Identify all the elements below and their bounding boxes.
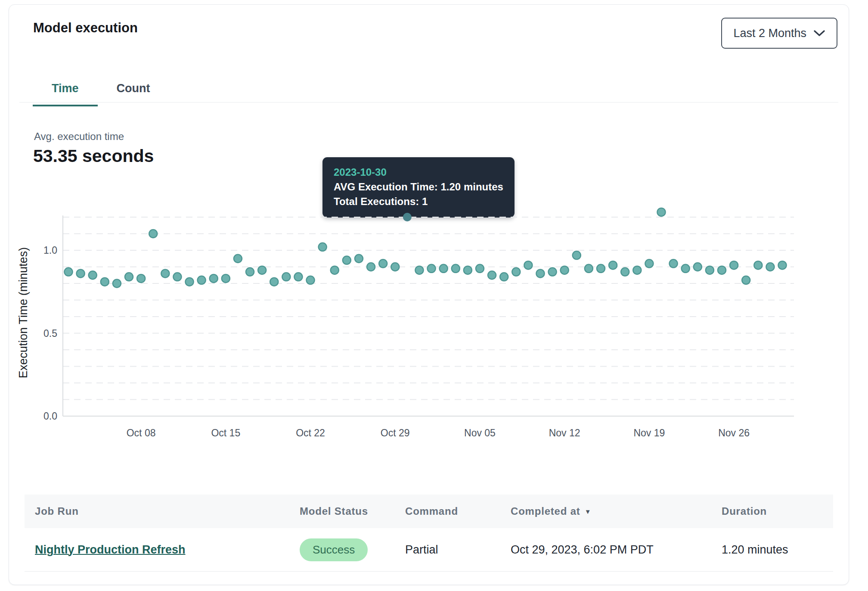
data-point[interactable] (77, 269, 85, 277)
table-row: Nightly Production Refresh Success Parti… (25, 528, 833, 572)
data-point[interactable] (331, 266, 339, 274)
data-point[interactable] (657, 208, 665, 216)
date-range-selector[interactable]: Last 2 Months (721, 18, 837, 49)
data-point[interactable] (633, 266, 641, 274)
sort-desc-icon: ▼ (585, 508, 592, 515)
data-point[interactable] (391, 263, 399, 271)
data-point[interactable] (137, 274, 145, 283)
tooltip-avg-execution-time: AVG Execution Time: 1.20 minutes (334, 180, 503, 194)
model-execution-card: Model execution Last 2 Months Time Count… (9, 4, 849, 585)
data-point[interactable] (282, 273, 290, 281)
data-point[interactable] (645, 259, 653, 268)
avg-execution-time-label: Avg. execution time (34, 131, 124, 143)
status-badge: Success (300, 538, 368, 561)
data-point[interactable] (89, 271, 97, 279)
execution-scatter-chart: 0.00.51.0Oct 08Oct 15Oct 22Oct 29Nov 05N… (9, 199, 849, 453)
data-point[interactable] (428, 264, 436, 273)
data-point[interactable] (549, 268, 557, 276)
data-point[interactable] (500, 273, 508, 281)
data-point[interactable] (718, 266, 726, 274)
data-point[interactable] (173, 273, 181, 281)
data-point[interactable] (210, 274, 218, 283)
job-run-link[interactable]: Nightly Production Refresh (35, 543, 186, 556)
data-point[interactable] (343, 256, 351, 264)
data-point[interactable] (488, 271, 496, 279)
data-point-highlighted[interactable] (403, 213, 412, 221)
data-point[interactable] (754, 261, 762, 269)
avg-execution-time-value: 53.35 seconds (33, 146, 154, 166)
data-point[interactable] (742, 276, 750, 284)
page-title: Model execution (33, 20, 138, 36)
data-point[interactable] (186, 278, 194, 286)
x-tick-label: Oct 15 (211, 427, 240, 439)
x-tick-label: Nov 19 (633, 427, 665, 439)
x-tick-label: Oct 22 (296, 427, 325, 439)
data-point[interactable] (246, 268, 254, 276)
data-point[interactable] (682, 264, 690, 273)
data-point[interactable] (319, 243, 327, 251)
column-header-model-status[interactable]: Model Status (300, 505, 405, 517)
data-point[interactable] (294, 273, 302, 281)
completed-at-cell: Oct 29, 2023, 6:02 PM PDT (511, 543, 722, 557)
chevron-down-icon (813, 29, 825, 37)
data-point[interactable] (609, 261, 617, 269)
data-point[interactable] (476, 264, 484, 273)
data-point[interactable] (670, 259, 678, 268)
data-point[interactable] (307, 276, 315, 284)
x-tick-label: Oct 08 (127, 427, 156, 439)
data-point[interactable] (367, 263, 375, 271)
data-point[interactable] (161, 269, 169, 277)
tabs-divider (19, 102, 838, 103)
data-point[interactable] (452, 264, 460, 273)
data-point[interactable] (561, 266, 569, 274)
x-tick-label: Nov 26 (718, 427, 750, 439)
column-header-completed-at[interactable]: Completed at▼ (511, 505, 722, 517)
x-tick-label: Nov 12 (549, 427, 580, 439)
tooltip-date: 2023-10-30 (334, 165, 503, 180)
data-point[interactable] (597, 264, 605, 273)
data-point[interactable] (694, 263, 702, 271)
x-tick-label: Oct 29 (381, 427, 410, 439)
column-header-duration[interactable]: Duration (722, 505, 833, 517)
data-point[interactable] (415, 266, 423, 274)
data-point[interactable] (464, 266, 472, 274)
data-point[interactable] (258, 266, 266, 274)
y-tick-label: 1.0 (43, 245, 57, 256)
data-point[interactable] (512, 268, 520, 276)
x-tick-label: Nov 05 (464, 427, 496, 439)
data-point[interactable] (198, 276, 206, 284)
data-point[interactable] (730, 261, 738, 269)
job-runs-table: Job Run Model Status Command Completed a… (25, 495, 833, 572)
data-point[interactable] (149, 230, 157, 238)
data-point[interactable] (706, 266, 714, 274)
data-point[interactable] (234, 255, 242, 263)
data-point[interactable] (766, 263, 774, 271)
data-point[interactable] (621, 268, 629, 276)
data-point[interactable] (536, 269, 544, 277)
data-point[interactable] (222, 274, 230, 283)
data-point[interactable] (585, 264, 593, 273)
data-point[interactable] (355, 255, 363, 263)
data-point[interactable] (778, 261, 787, 269)
column-header-command[interactable]: Command (405, 505, 511, 517)
column-header-job-run[interactable]: Job Run (35, 505, 300, 517)
date-range-label: Last 2 Months (733, 27, 806, 40)
y-tick-label: 0.0 (43, 411, 57, 422)
data-point[interactable] (113, 280, 121, 288)
y-tick-label: 0.5 (43, 328, 57, 339)
table-header-row: Job Run Model Status Command Completed a… (25, 495, 833, 528)
data-point[interactable] (65, 268, 73, 276)
duration-cell: 1.20 minutes (722, 543, 833, 557)
command-cell: Partial (405, 543, 511, 557)
data-point[interactable] (125, 273, 133, 281)
data-point[interactable] (440, 264, 448, 273)
data-point[interactable] (101, 278, 109, 286)
data-point[interactable] (270, 278, 278, 286)
data-point[interactable] (524, 261, 532, 269)
data-point[interactable] (379, 259, 387, 268)
data-point[interactable] (573, 251, 581, 259)
y-axis-title: Execution Time (minutes) (17, 247, 30, 379)
